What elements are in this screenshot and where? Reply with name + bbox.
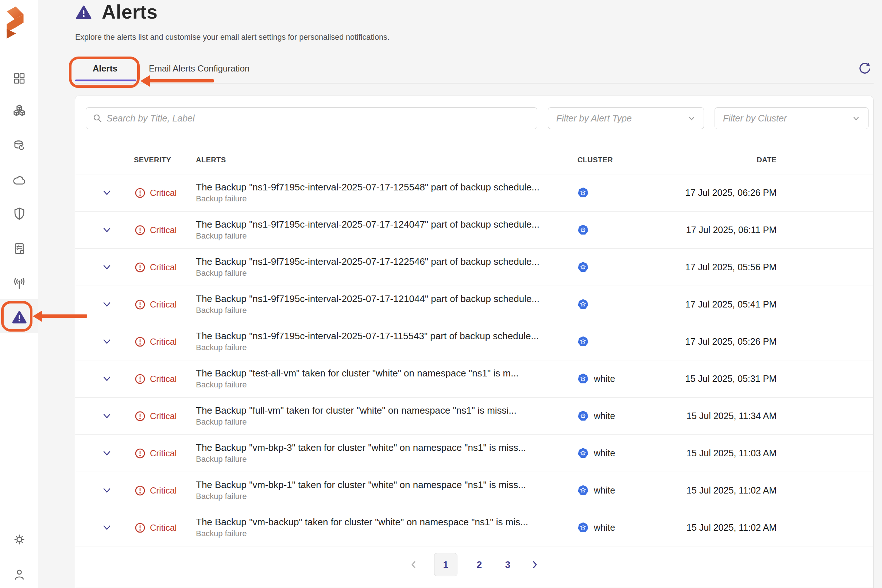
alert-title[interactable]: The Backup "ns1-9f7195c-interval-2025-07…	[196, 219, 575, 231]
page-button-3[interactable]: 3	[501, 553, 514, 576]
chevron-right-icon	[530, 560, 539, 569]
expand-chevron-icon[interactable]	[102, 411, 112, 421]
page-button-2[interactable]: 2	[473, 553, 486, 576]
cluster-filter-placeholder: Filter by Cluster	[723, 113, 787, 124]
sidebar-item-settings[interactable]	[0, 531, 38, 548]
app-logo[interactable]	[6, 7, 24, 41]
sidebar-item-reports[interactable]	[0, 240, 38, 258]
monitoring-icon	[12, 276, 26, 290]
alert-title[interactable]: The Backup "vm-bkp-3" taken for cluster …	[196, 442, 575, 454]
sidebar-item-cloud[interactable]	[0, 172, 38, 189]
cluster-filter[interactable]: Filter by Cluster	[715, 107, 868, 129]
alert-cell: The Backup "ns1-9f7195c-interval-2025-07…	[196, 256, 575, 279]
alert-title[interactable]: The Backup "vm-backup" taken for cluster…	[196, 516, 575, 528]
severity-label: Critical	[150, 188, 177, 198]
alert-cell: The Backup "ns1-9f7195c-interval-2025-07…	[196, 293, 575, 316]
expand-chevron-icon[interactable]	[102, 300, 112, 310]
sidebar-item-security[interactable]	[0, 205, 38, 222]
previous-page-button[interactable]	[409, 560, 419, 569]
severity-cell: Critical	[123, 225, 196, 235]
tab-alerts[interactable]: Alerts	[93, 63, 117, 74]
cluster-cell: white	[575, 522, 674, 533]
tabbar-divider	[75, 83, 874, 84]
alert-title[interactable]: The Backup "ns1-9f7195c-interval-2025-07…	[196, 256, 575, 268]
cluster-name: white	[594, 485, 615, 496]
column-severity: SEVERITY	[123, 156, 196, 164]
alert-subtitle: Backup failure	[196, 231, 575, 242]
table-row: Critical The Backup "ns1-9f7195c-interva…	[75, 249, 873, 286]
chevron-down-icon	[852, 114, 860, 122]
alert-cell: The Backup "vm-backup" taken for cluster…	[196, 516, 575, 539]
alert-title[interactable]: The Backup "test-all-vm" taken for clust…	[196, 368, 575, 380]
alert-subtitle: Backup failure	[196, 268, 575, 279]
severity-cell: Critical	[123, 448, 196, 459]
refresh-button[interactable]	[858, 61, 872, 76]
tab-email-alerts-configuration[interactable]: Email Alerts Configuration	[149, 63, 249, 74]
sidebar-item-alerts[interactable]	[0, 309, 38, 326]
cluster-name: white	[594, 374, 615, 384]
alert-date: 17 Jul 2025, 06:26 PM	[674, 188, 777, 198]
toolbar: Filter by Alert Type Filter by Cluster	[75, 96, 873, 129]
critical-icon	[135, 374, 145, 384]
expander-cell	[75, 188, 123, 198]
sidebar-item-dashboard[interactable]	[0, 70, 38, 87]
sidebar-item-monitoring[interactable]	[0, 274, 38, 292]
alert-title[interactable]: The Backup "ns1-9f7195c-interval-2025-07…	[196, 293, 575, 305]
critical-icon	[135, 411, 145, 421]
shield-icon	[13, 207, 26, 220]
alerts-table-body: Critical The Backup "ns1-9f7195c-interva…	[75, 174, 873, 546]
expand-chevron-icon[interactable]	[102, 486, 112, 496]
table-row: Critical The Backup "vm-bkp-3" taken for…	[75, 435, 873, 472]
alert-title[interactable]: The Backup "ns1-9f7195c-interval-2025-07…	[196, 181, 575, 194]
alert-date: 15 Jul 2025, 11:03 AM	[674, 448, 777, 459]
alert-date: 17 Jul 2025, 06:11 PM	[674, 225, 777, 235]
search-box[interactable]	[86, 107, 537, 129]
kubernetes-icon	[578, 410, 589, 422]
severity-label: Critical	[150, 225, 177, 235]
alert-subtitle: Backup failure	[196, 194, 575, 204]
search-input[interactable]	[106, 113, 530, 124]
severity-label: Critical	[150, 262, 177, 273]
sidebar-item-user[interactable]	[0, 566, 38, 583]
expand-chevron-icon[interactable]	[102, 448, 112, 459]
sidebar-item-clusters[interactable]	[0, 102, 38, 120]
expand-chevron-icon[interactable]	[102, 225, 112, 235]
severity-label: Critical	[150, 411, 177, 421]
page-subtitle: Explore the alerts list and customise yo…	[75, 33, 390, 42]
dashboard-icon	[13, 72, 26, 85]
alert-title[interactable]: The Backup "ns1-9f7195c-interval-2025-07…	[196, 330, 575, 342]
user-icon	[13, 568, 26, 581]
expand-chevron-icon[interactable]	[102, 188, 112, 198]
critical-icon	[135, 300, 145, 310]
column-alerts: ALERTS	[196, 156, 575, 164]
chevron-left-icon	[409, 560, 419, 569]
alert-type-filter[interactable]: Filter by Alert Type	[548, 107, 704, 129]
sidebar-item-backup-restore[interactable]	[0, 137, 38, 154]
kubernetes-icon	[578, 485, 589, 496]
expand-chevron-icon[interactable]	[102, 523, 112, 533]
critical-icon	[135, 523, 145, 533]
cluster-cell	[575, 187, 674, 198]
alert-title[interactable]: The Backup "vm-bkp-1" taken for cluster …	[196, 479, 575, 491]
severity-cell: Critical	[123, 523, 196, 533]
expand-chevron-icon[interactable]	[102, 374, 112, 384]
kubernetes-icon	[578, 448, 589, 459]
alert-cell: The Backup "ns1-9f7195c-interval-2025-07…	[196, 219, 575, 242]
expand-chevron-icon[interactable]	[102, 337, 112, 347]
critical-icon	[135, 448, 145, 459]
cluster-cell: white	[575, 373, 674, 384]
alert-title[interactable]: The Backup "full-vm" taken for cluster "…	[196, 405, 575, 417]
alerts-icon	[12, 310, 27, 324]
search-icon	[93, 114, 102, 123]
page-button-1[interactable]: 1	[434, 553, 458, 576]
severity-cell: Critical	[123, 337, 196, 347]
cluster-name: white	[594, 411, 615, 421]
expand-chevron-icon[interactable]	[102, 262, 112, 273]
chevron-down-icon	[688, 114, 696, 122]
severity-label: Critical	[150, 337, 177, 347]
expander-cell	[75, 486, 123, 496]
alerts-title-icon	[75, 5, 92, 21]
severity-cell: Critical	[123, 188, 196, 198]
column-cluster: CLUSTER	[575, 156, 674, 164]
next-page-button[interactable]	[530, 560, 539, 569]
